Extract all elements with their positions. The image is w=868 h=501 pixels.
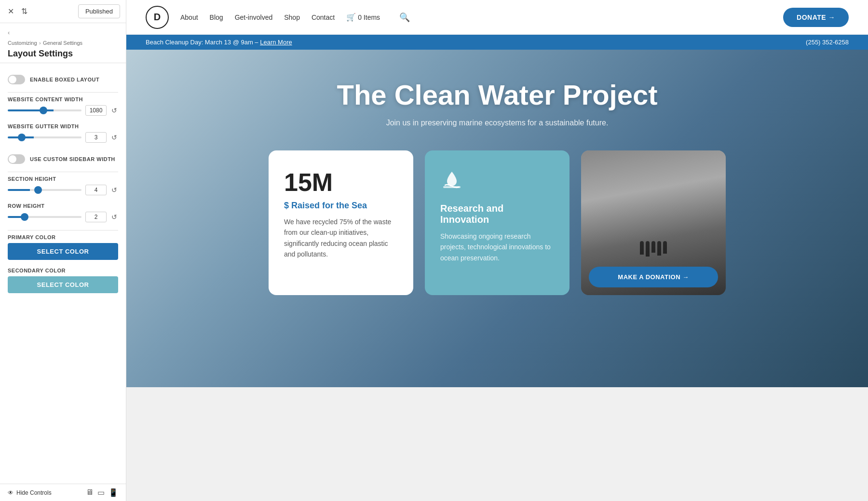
nav-link-about[interactable]: About: [180, 14, 198, 21]
hero-subtitle: Join us in preserving marine ecosystems …: [386, 119, 609, 127]
breadcrumb: Customizing › General Settings: [8, 38, 118, 47]
row-height-label: ROW HEIGHT: [8, 203, 118, 209]
enable-boxed-layout-label: ENABLE BOXED LAYOUT: [30, 77, 99, 82]
water-icon: [440, 168, 554, 195]
bottom-bar: 👁 Hide Controls 🖥 ▭ 📱: [0, 484, 126, 501]
nav-links: About Blog Get-involved Shop Contact 🛒 0…: [180, 12, 772, 23]
cart-label: 0 Items: [358, 14, 380, 21]
website-gutter-width-input[interactable]: [85, 132, 107, 143]
row-height-input[interactable]: [85, 212, 107, 222]
secondary-color-group: SECONDARY COLOR Select Color: [8, 268, 118, 293]
customizer-panel: ✕ ⇅ Published ‹ Customizing › General Se…: [0, 0, 126, 501]
announcement-message: Beach Cleanup Day: March 13 @ 9am –: [146, 39, 258, 46]
silhouette-3: [651, 241, 655, 253]
site-logo: D: [146, 6, 169, 29]
cards-row: 15M $ Raised for the Sea We have recycle…: [256, 150, 738, 295]
desktop-icon[interactable]: 🖥: [86, 488, 94, 497]
website-gutter-width-reset[interactable]: ↺: [110, 133, 118, 142]
hero-title: The Clean Water Project: [337, 79, 657, 111]
top-bar-left: ✕ ⇅: [6, 7, 29, 16]
website-content-width-label: WEBSITE CONTENT WIDTH: [8, 96, 118, 102]
silhouette-group: [640, 241, 667, 257]
website-content-width-slider-row: ↺: [8, 105, 118, 116]
announcement-text: Beach Cleanup Day: March 13 @ 9am – Lear…: [146, 39, 292, 46]
divider-1: [8, 92, 118, 93]
website-gutter-width-label: WEBSITE GUTTER WIDTH: [8, 123, 118, 129]
silhouette-2: [646, 241, 650, 257]
teal-card-title: Research and Innovation: [440, 203, 554, 225]
row-height-group: ROW HEIGHT ↺: [8, 203, 118, 222]
back-chevron: ‹: [8, 29, 10, 36]
row-height-slider[interactable]: [8, 216, 81, 218]
card-text-raised: We have recycled 75% of the waste from o…: [284, 217, 398, 260]
nav-link-shop[interactable]: Shop: [284, 14, 300, 21]
divider-3: [8, 230, 118, 230]
svg-rect-0: [443, 186, 461, 188]
teal-card-text: Showcasing ongoing research projects, te…: [440, 231, 554, 263]
swap-icon[interactable]: ⇅: [19, 7, 29, 16]
back-button[interactable]: ‹: [8, 29, 118, 36]
website-content-width-input[interactable]: [85, 105, 107, 116]
announcement-phone: (255) 352-6258: [806, 39, 849, 46]
website-gutter-width-group: WEBSITE GUTTER WIDTH ↺: [8, 123, 118, 143]
section-height-slider[interactable]: [8, 189, 81, 191]
section-height-slider-row: ↺: [8, 185, 118, 195]
stat-card: 15M $ Raised for the Sea We have recycle…: [269, 150, 413, 295]
divider-2: [8, 172, 118, 172]
card-stat: 15M: [284, 168, 398, 197]
primary-color-group: PRIMARY COLOR Select Color: [8, 234, 118, 260]
site-preview: D About Blog Get-involved Shop Contact 🛒…: [126, 0, 868, 501]
primary-color-label: PRIMARY COLOR: [8, 234, 118, 240]
hide-controls-button[interactable]: 👁 Hide Controls: [8, 489, 52, 496]
enable-boxed-layout-row: ENABLE BOXED LAYOUT: [8, 71, 118, 88]
secondary-color-select-button[interactable]: Select Color: [8, 276, 118, 293]
use-custom-sidebar-width-row: USE CUSTOM SIDEBAR WIDTH: [8, 150, 118, 168]
make-donation-button[interactable]: MAKE A DONATION →: [589, 267, 718, 287]
tablet-icon[interactable]: ▭: [97, 488, 105, 497]
silhouette-4: [657, 241, 661, 256]
row-height-reset[interactable]: ↺: [110, 212, 118, 222]
hide-controls-label: Hide Controls: [16, 489, 52, 496]
search-icon[interactable]: 🔍: [399, 12, 410, 23]
website-content-width-reset[interactable]: ↺: [110, 106, 118, 115]
silhouette-1: [640, 241, 644, 255]
primary-color-select-button[interactable]: Select Color: [8, 243, 118, 260]
announcement-bar: Beach Cleanup Day: March 13 @ 9am – Lear…: [126, 35, 868, 50]
page-title: Layout Settings: [8, 49, 118, 59]
announcement-link[interactable]: Learn More: [260, 39, 292, 46]
device-icons: 🖥 ▭ 📱: [86, 488, 118, 497]
breadcrumb-current: General Settings: [43, 40, 82, 46]
eye-icon: 👁: [8, 489, 14, 496]
top-bar: ✕ ⇅ Published: [0, 0, 126, 23]
hero-section: The Clean Water Project Join us in prese…: [126, 50, 868, 387]
website-gutter-width-slider[interactable]: [8, 136, 81, 138]
secondary-color-label: SECONDARY COLOR: [8, 268, 118, 273]
section-height-input[interactable]: [85, 185, 107, 195]
website-gutter-width-slider-row: ↺: [8, 132, 118, 143]
breadcrumb-area: ‹ Customizing › General Settings Layout …: [0, 23, 126, 63]
cart-icon: 🛒: [346, 13, 356, 22]
row-height-slider-row: ↺: [8, 212, 118, 222]
close-icon[interactable]: ✕: [6, 7, 15, 16]
breadcrumb-parent[interactable]: Customizing: [8, 40, 37, 46]
panel-content: ENABLE BOXED LAYOUT WEBSITE CONTENT WIDT…: [0, 63, 126, 484]
published-button[interactable]: Published: [78, 4, 120, 18]
nav-link-get-involved[interactable]: Get-involved: [235, 14, 273, 21]
website-content-width-group: WEBSITE CONTENT WIDTH ↺: [8, 96, 118, 116]
nav-link-blog[interactable]: Blog: [210, 14, 223, 21]
use-custom-sidebar-width-toggle[interactable]: [8, 154, 25, 164]
card-title-raised: $ Raised for the Sea: [284, 201, 398, 211]
nav-bar: D About Blog Get-involved Shop Contact 🛒…: [126, 0, 868, 35]
mobile-icon[interactable]: 📱: [108, 488, 118, 497]
breadcrumb-separator: ›: [39, 40, 41, 46]
nav-link-contact[interactable]: Contact: [312, 14, 335, 21]
use-custom-sidebar-width-label: USE CUSTOM SIDEBAR WIDTH: [30, 156, 115, 162]
section-height-reset[interactable]: ↺: [110, 185, 118, 195]
image-card: MAKE A DONATION →: [581, 150, 726, 295]
enable-boxed-layout-toggle[interactable]: [8, 75, 25, 84]
teal-card: Research and Innovation Showcasing ongoi…: [425, 150, 570, 295]
nav-cart[interactable]: 🛒 0 Items: [346, 13, 380, 22]
silhouette-5: [663, 241, 667, 254]
website-content-width-slider[interactable]: [8, 109, 81, 111]
donate-button[interactable]: DONATE →: [783, 8, 849, 27]
